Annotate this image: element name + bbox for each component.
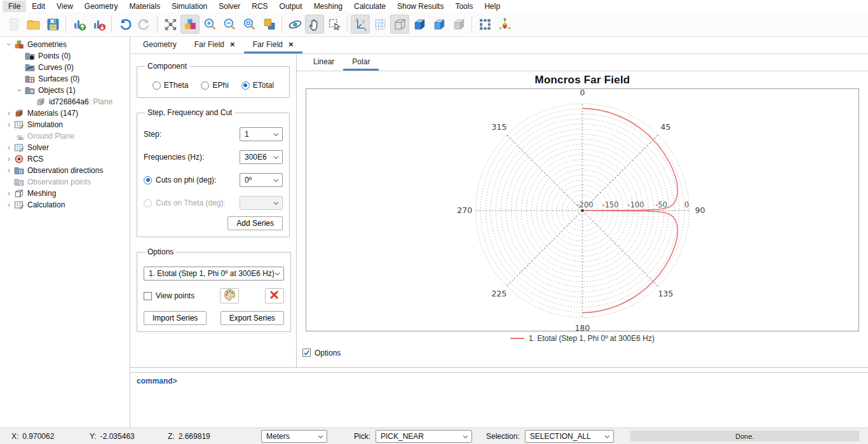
meshing-cube-icon	[14, 188, 24, 198]
menu-item-view[interactable]: View	[51, 1, 79, 12]
tab-far-field-2[interactable]: Far Field×	[244, 37, 302, 53]
pick-select[interactable]: PICK_NEAR	[376, 430, 472, 443]
save-button[interactable]	[43, 15, 62, 34]
view-points-checkbox[interactable]: View points	[144, 291, 194, 300]
cuts-on-phi-deg-select[interactable]: 0º	[240, 173, 283, 187]
tab-far-field-1[interactable]: Far Field×	[186, 37, 244, 53]
tree-item-rcs[interactable]: ›RCS	[0, 153, 130, 165]
tree-item-objects-1[interactable]: ›Objects (1)	[0, 85, 130, 96]
selection-select[interactable]: SELECTION_ALL	[525, 430, 614, 443]
import-series-button[interactable]: Import Series	[144, 311, 207, 325]
expander-chevron[interactable]: ›	[4, 39, 13, 50]
expander-chevron[interactable]: ›	[4, 109, 14, 118]
export-chart-button[interactable]	[89, 15, 108, 34]
select-area-button[interactable]	[325, 15, 344, 34]
redo-button[interactable]	[135, 15, 154, 34]
component-radio-ephi[interactable]: EPhi	[201, 81, 228, 90]
rcs-target-icon	[14, 154, 24, 164]
command-console[interactable]: command>	[130, 372, 868, 427]
menu-item-file[interactable]: File	[3, 1, 26, 12]
delete-series-button[interactable]	[265, 288, 284, 303]
axes-button[interactable]: ZYx	[351, 15, 370, 34]
shaded-view-button[interactable]	[430, 15, 449, 34]
export-series-button[interactable]: Export Series	[220, 311, 284, 325]
select-area-icon	[327, 17, 342, 32]
grid-button[interactable]	[370, 15, 390, 34]
tree-item-id726864a6[interactable]: id726864a6 : Plane	[0, 96, 130, 108]
tree-item-solver[interactable]: ›Solver	[0, 142, 130, 153]
expander-chevron[interactable]: ›	[4, 120, 14, 129]
tree-item-materials-147[interactable]: ›Materials (147)	[0, 108, 130, 119]
step-group-title: Step, Frequency and Cut	[145, 108, 234, 117]
hidden-view-button[interactable]	[449, 15, 468, 34]
series-select[interactable]: 1. Etotal (Step 1, Phi 0º at 300E6 Hz)	[144, 267, 284, 281]
tree-item-points-0[interactable]: Points (0)	[0, 50, 130, 62]
menu-item-edit[interactable]: Edit	[26, 1, 51, 12]
undo-button[interactable]	[115, 15, 134, 34]
expander-chevron[interactable]: ›	[4, 200, 14, 209]
menu-item-materials[interactable]: Materials	[124, 1, 166, 12]
tree-item-meshing[interactable]: ›Meshing	[0, 188, 130, 199]
menu-item-show-results[interactable]: Show Results	[391, 1, 449, 12]
expander-chevron[interactable]: ›	[4, 166, 14, 175]
component-radio-etotal[interactable]: ETotal	[241, 81, 274, 90]
svg-text:90: 90	[695, 205, 705, 215]
zoom-in-button[interactable]	[200, 15, 219, 34]
tree-item-curves-0[interactable]: Curves (0)	[0, 62, 130, 73]
tree-item-surfaces-0[interactable]: Surfaces (0)	[0, 73, 130, 85]
tree-item-calculation[interactable]: ›Calculation	[0, 199, 130, 211]
folder-observation-gray-icon	[14, 177, 24, 187]
plot-options-checkbox[interactable]: Options	[297, 345, 868, 358]
close-tab-icon[interactable]: ×	[230, 40, 235, 48]
menu-item-solver[interactable]: Solver	[213, 1, 246, 12]
field-label[interactable]: Cuts on Theta (deg):	[144, 198, 226, 207]
menu-item-simulation[interactable]: Simulation	[166, 1, 213, 12]
open-file-button[interactable]	[24, 15, 43, 34]
orbit-button[interactable]	[285, 15, 304, 34]
document-tab-bar: GeometryFar Field×Far Field×	[130, 37, 868, 54]
series-color-button[interactable]	[220, 288, 239, 303]
selection-handles-button[interactable]	[475, 15, 494, 34]
frequencies-hz-select[interactable]: 300E6	[240, 150, 283, 164]
units-select[interactable]: Meters	[261, 430, 327, 443]
pan-button[interactable]	[305, 15, 324, 34]
shaded-cubes-button[interactable]	[180, 15, 200, 34]
menu-item-calculate[interactable]: Calculate	[348, 1, 391, 12]
plot-tab-polar[interactable]: Polar	[343, 54, 379, 71]
tab-geometry-0[interactable]: Geometry	[134, 37, 186, 53]
menu-item-meshing[interactable]: Meshing	[308, 1, 348, 12]
field-label[interactable]: Cuts on phi (deg):	[144, 176, 216, 184]
menu-item-output[interactable]: Output	[274, 1, 308, 12]
menu-item-help[interactable]: Help	[478, 1, 506, 12]
menu-item-geometry[interactable]: Geometry	[79, 1, 124, 12]
component-radio-etheta[interactable]: ETheta	[153, 81, 189, 90]
menu-item-rcs[interactable]: RCS	[246, 1, 273, 12]
expander-chevron[interactable]: ›	[4, 155, 14, 163]
expander-chevron[interactable]: ›	[4, 189, 14, 198]
zoom-window-button[interactable]	[240, 15, 259, 34]
radio-button[interactable]	[144, 199, 152, 207]
transform-button[interactable]	[495, 15, 514, 34]
expander-chevron[interactable]: ›	[15, 85, 24, 95]
new-document-button[interactable]	[4, 15, 23, 34]
add-series-button[interactable]: Add Series	[227, 216, 283, 230]
fit-view-button[interactable]	[161, 15, 180, 34]
tree-item-geometries[interactable]: ›Geometries	[0, 39, 130, 50]
step-select[interactable]: 1	[240, 127, 283, 141]
close-tab-icon[interactable]: ×	[288, 40, 294, 48]
wireframe-view-button[interactable]	[390, 15, 409, 34]
radio-label: ETheta	[164, 81, 189, 90]
tree-item-simulation[interactable]: ›Simulation	[0, 119, 130, 130]
expander-chevron[interactable]: ›	[4, 143, 14, 152]
plot-tab-linear[interactable]: Linear	[304, 54, 343, 71]
radio-button[interactable]	[144, 176, 152, 184]
menu-item-tools[interactable]: Tools	[449, 1, 478, 12]
solid-view-button[interactable]	[410, 15, 429, 34]
tree-item-ground-plane[interactable]: Ground Plane	[0, 130, 130, 142]
zoom-out-button[interactable]	[220, 15, 239, 34]
tree-item-observation-directions[interactable]: ›Observation directions	[0, 165, 130, 176]
tree-item-observation-points[interactable]: Observation points	[0, 176, 130, 188]
swap-background-button[interactable]	[259, 15, 278, 34]
transform-icon	[498, 17, 512, 32]
import-chart-button[interactable]	[69, 15, 88, 34]
